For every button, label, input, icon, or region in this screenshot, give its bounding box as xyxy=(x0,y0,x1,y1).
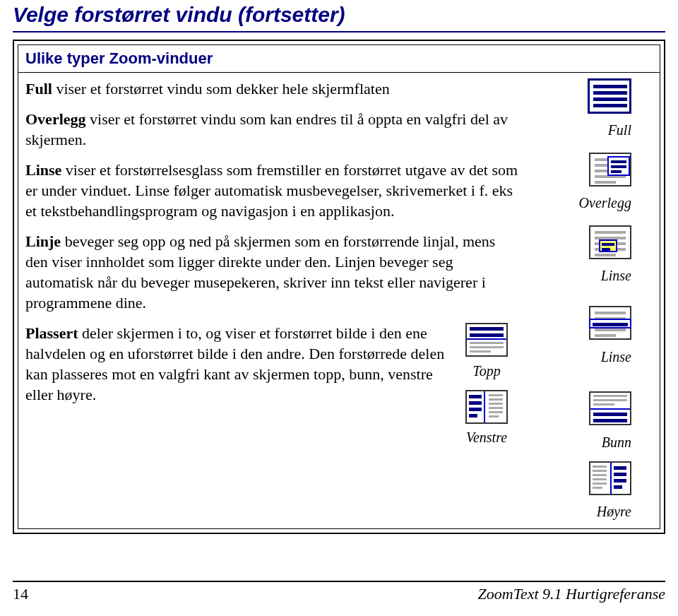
caption-bunn: Bunn xyxy=(525,433,631,451)
plassert-inline-icons: Topp Venstre xyxy=(455,323,518,447)
lead-full: Full xyxy=(25,80,52,97)
linje-icon xyxy=(589,306,631,340)
para-overlegg: Overlegg viser et forstørret vindu som k… xyxy=(25,109,518,150)
lead-plassert: Plassert xyxy=(25,324,78,342)
text-linse: viser et forstørrelsesglass som fremstil… xyxy=(25,161,518,220)
caption-full: Full xyxy=(525,121,631,139)
lead-overlegg: Overlegg xyxy=(25,110,86,128)
text-plassert: deler skjermen i to, og viser et forstør… xyxy=(25,324,444,403)
caption-linse2: Linse xyxy=(525,348,631,366)
linse-icon xyxy=(589,225,631,259)
text-column: Full viser et forstørret vindu som dekke… xyxy=(25,78,525,521)
caption-hoyre: Høyre xyxy=(525,502,631,521)
caption-overlegg: Overlegg xyxy=(525,194,631,212)
overlegg-icon xyxy=(589,153,631,186)
section-heading: Ulike typer Zoom-vinduer xyxy=(18,45,660,73)
lead-linje: Linje xyxy=(25,232,61,250)
content-frame-outer: Ulike typer Zoom-vinduer Full viser et f… xyxy=(13,40,665,534)
doc-name: ZoomText 9.1 Hurtigreferanse xyxy=(478,585,665,603)
bunn-icon xyxy=(589,391,631,425)
topp-icon xyxy=(465,323,508,357)
venstre-icon xyxy=(465,390,508,424)
page-number: 14 xyxy=(13,585,28,603)
text-overlegg: viser et forstørret vindu som kan endres… xyxy=(25,110,508,148)
caption-topp: Topp xyxy=(455,362,518,380)
lead-linse: Linse xyxy=(25,161,61,179)
para-full: Full viser et forstørret vindu som dekke… xyxy=(25,78,518,99)
hoyre-icon xyxy=(589,461,631,495)
caption-venstre: Venstre xyxy=(455,428,518,446)
caption-linse1: Linse xyxy=(525,266,631,285)
para-linje: Linje beveger seg opp og ned på skjermen… xyxy=(25,231,518,313)
text-full: viser et forstørret vindu som dekker hel… xyxy=(52,80,390,97)
full-icon xyxy=(588,78,631,114)
text-linje: beveger seg opp og ned på skjermen som e… xyxy=(25,232,495,312)
para-linse: Linse viser et forstørrelsesglass som fr… xyxy=(25,160,518,221)
icon-column: Full Overlegg Linse xyxy=(525,78,653,521)
page-title: Velge forstørret vindu (fortsetter) xyxy=(13,0,665,32)
para-plassert: Plassert deler skjermen i to, og viser e… xyxy=(25,323,448,447)
page-footer: 14 ZoomText 9.1 Hurtigreferanse xyxy=(13,581,665,603)
content-frame-inner: Ulike typer Zoom-vinduer Full viser et f… xyxy=(18,45,660,529)
